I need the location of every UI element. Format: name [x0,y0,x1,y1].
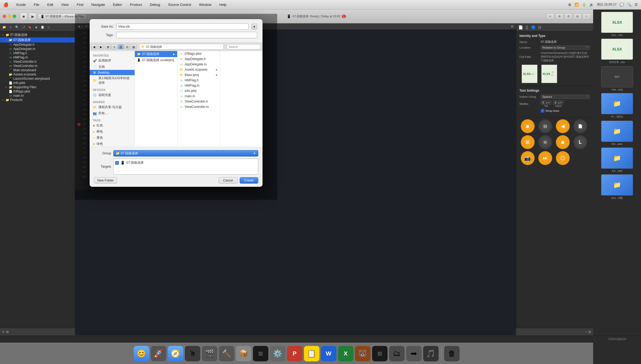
nav-item-info-plist[interactable]: 📄 Info.plist [0,81,75,85]
sidebar-item-all[interactable]: 👥 所有... [90,110,135,116]
dock-archive[interactable]: 📦 [236,346,251,361]
dialog-file-main-m[interactable]: m main.m [177,94,220,99]
nav-test-icon[interactable]: ▷ [46,25,52,30]
inspector-quick-help-icon[interactable]: {} [524,25,530,30]
close-button[interactable] [3,15,6,18]
inspector-location-select[interactable]: Relative to Group ⌃ [541,45,590,50]
dialog-tags-input[interactable] [116,32,257,38]
nav-item-main-m[interactable]: m main.m [0,94,75,98]
dialog-coverflow-view-btn[interactable]: ▤ [131,44,136,49]
dock-settings[interactable]: ⚙️ [270,346,285,361]
right-thumb-ios1-xlsx[interactable]: XLSX ios1....xlsx [597,12,637,36]
nav-item-launchscreen[interactable]: 📱 LaunchScreen.storyboard [0,77,75,81]
dock-finder[interactable]: 😊 [134,346,149,361]
right-thumb-ios1-shiti[interactable]: 📁 ios1...试题 [597,174,637,200]
wrap-lines-checkbox[interactable]: ✓ [541,109,544,113]
nav-bookmark-icon[interactable]: 🔖 [27,25,32,30]
cancel-button[interactable]: Cancel [219,177,238,184]
dialog-file-assets[interactable]: 📁 Assets.xcassets ▶ [177,67,220,72]
dock-bear[interactable]: 🐻 [355,346,371,361]
menu-view[interactable]: View [60,2,70,7]
navigator-toggle[interactable]: ≡ [546,13,554,20]
control-center-icon[interactable]: ☰ [635,3,638,7]
dock-migration[interactable]: ➡ [406,346,422,361]
btn-cube-icon[interactable]: ⬡ [556,151,570,165]
wifi-icon[interactable]: 📶 [575,3,579,7]
nav-project-root[interactable]: ▾ 📁 07-国旗选择 [0,32,75,37]
screen-icon[interactable]: 🖥 [568,3,571,7]
nav-item-03flags[interactable]: 📄 03flags.plist [0,89,75,94]
sidebar-item-shared1[interactable]: 📁 课程共享-马方超 [90,104,135,110]
sidebar-item-apps[interactable]: 🚀 应用程序 [90,58,135,64]
battery-icon[interactable]: 🔋 [582,3,586,7]
btn-skip-forward[interactable]: ⏭ [538,151,552,165]
dock-tools[interactable]: 🔨 [219,346,234,361]
dock-trash[interactable]: 🗑 [444,346,460,361]
menu-window[interactable]: Window [198,2,213,7]
nav-warning-icon[interactable]: ⚠ [8,25,13,30]
menu-help[interactable]: Help [218,2,228,7]
stop-button[interactable]: ■ [20,13,27,20]
dock-filemanager[interactable]: 🗂 [389,346,405,361]
play-button[interactable]: ▶ [29,13,36,20]
nav-item-assets[interactable]: 📂 Assets.xcassets [0,72,75,77]
menu-source-control[interactable]: Source Control [167,2,193,7]
sidebar-tag-red[interactable]: ● 红色 [90,122,135,129]
dialog-expand-btn[interactable]: ▼ [251,24,257,29]
inspector-identity-icon[interactable]: 🔵 [531,25,536,30]
nav-active-group[interactable]: ▾ 📂 07-国旗选择 [0,37,75,43]
dock-notes[interactable]: 📋 [304,346,319,361]
nav-item-main-storyboard[interactable]: 📱 Main.storyboard [0,68,75,72]
nav-item-viewcontroller-m[interactable]: m ViewController.m [0,64,75,68]
menu-debug[interactable]: Debug [148,2,162,7]
right-thumb-chedan-xlsx[interactable]: XLSX 车丹分享...xlsx [597,39,637,64]
qq-icon[interactable]: 💬 [620,3,624,7]
dialog-back-btn[interactable]: ◀ [91,44,97,49]
menu-find[interactable]: Find [75,2,85,7]
spotlight-icon[interactable]: 🔍 [627,3,631,7]
dialog-column-view-btn[interactable]: ||| [118,44,124,49]
right-thumb-zjl-folder[interactable]: 📁 ZJL...etail [597,147,637,172]
error-badge[interactable]: 1 [342,15,346,18]
dialog-file-ad-m[interactable]: m AppDelegate.m [177,62,220,67]
dock-wps[interactable]: P [287,346,302,361]
inspector-toggle[interactable]: ☰ [564,13,572,20]
inspector-indent-width[interactable]: 4 ▲▼ [553,100,564,105]
dialog-filename-input[interactable] [116,23,249,30]
dialog-location-bar[interactable]: 📁 07-国旗选择 ⌃ [139,44,224,50]
apple-menu[interactable]: 🍎 [3,2,9,7]
sidebar-item-remote-disc[interactable]: 💿 远程光盘 [90,92,135,98]
split-view-btn[interactable]: ⊞ [573,13,581,20]
nav-item-viewcontroller-h[interactable]: h ViewController.h [0,60,75,64]
nav-log-icon[interactable]: 📋 [40,25,45,30]
btn-filled-rect[interactable]: ■ [556,135,570,149]
target-checkbox[interactable]: ✓ [115,161,119,165]
dialog-list-view-btn[interactable]: ≡ [111,44,117,49]
inspector-tab-width[interactable]: 4 ▲▼ [541,100,551,105]
dialog-icon-view-btn[interactable]: ⊞ [105,44,111,49]
nav-diff-icon[interactable]: ⎇ [21,25,26,30]
new-folder-button[interactable]: New Folder [94,177,117,184]
volume-icon[interactable]: 🔊 [589,3,594,7]
sidebar-tag-green[interactable]: ● 绿色 [90,141,135,147]
dock-mouse[interactable]: 🖱 [185,346,200,361]
inspector-indent-select[interactable]: Spaces ⌃ [541,95,590,99]
nav-item-appdelegate-h[interactable]: h AppDelegate.h [0,43,75,47]
menu-xcode[interactable]: Xcode [14,2,27,7]
sidebar-item-docs[interactable]: 📄 文稿 [90,64,135,70]
btn-back-arrow[interactable]: ◀ [556,119,570,133]
create-button[interactable]: Create [240,177,258,184]
nav-breakpoint-icon[interactable]: ◆ [34,25,39,30]
btn-doc-icon[interactable]: 📄 [573,119,587,133]
dialog-file-vc-h[interactable]: h ViewController.h [177,99,220,104]
inspector-file-icon[interactable]: 📄 [518,25,523,30]
dialog-search-input[interactable] [226,44,261,49]
btn-minus-rect[interactable]: ⊟ [538,135,552,149]
menu-edit[interactable]: Edit [46,2,55,7]
menu-editor[interactable]: Editor [111,2,124,7]
menu-product[interactable]: Product [128,2,144,7]
dock-terminal2[interactable]: ⬛ [372,346,388,361]
navigator-filter[interactable]: ⊞ [6,330,9,334]
dock-word[interactable]: W [321,346,336,361]
btn-l-icon[interactable]: L [573,135,587,149]
